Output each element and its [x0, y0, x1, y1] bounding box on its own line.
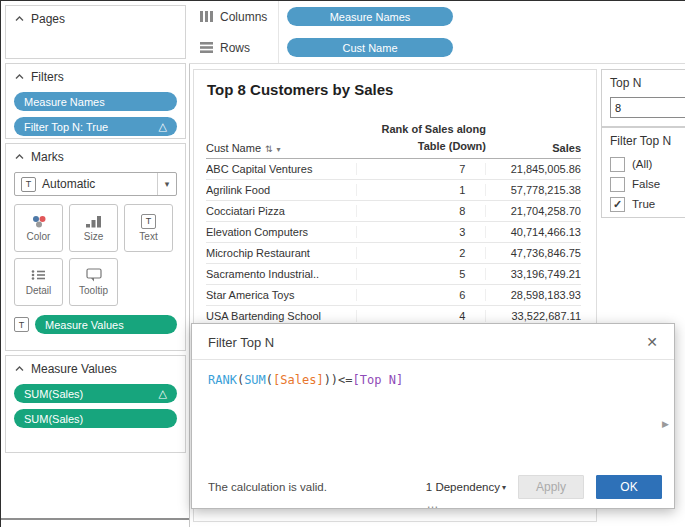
table-cell-rank[interactable]: 4	[357, 310, 487, 322]
table-cell-rank[interactable]: 6	[357, 289, 487, 301]
table-cell-sales[interactable]: 33,196,749.21	[486, 268, 581, 280]
resize-grip[interactable]: …	[427, 497, 440, 511]
mark-type-dropdown[interactable]: T Automatic ▾	[14, 172, 177, 196]
table-row[interactable]: Cocciatari Pizza821,704,258.70	[206, 201, 581, 222]
sort-icon[interactable]: ⇅	[265, 144, 273, 154]
rows-icon	[200, 42, 213, 53]
table-cell-name[interactable]: Microchip Restaurant	[206, 247, 357, 259]
table-cell-sales[interactable]: 28,598,183.93	[486, 289, 581, 301]
formula-token: ))	[324, 373, 338, 387]
formula-token: (	[266, 373, 273, 387]
chevron-up-icon[interactable]	[15, 154, 24, 160]
close-icon[interactable]: ✕	[642, 334, 662, 350]
dialog-title: Filter Top N	[208, 335, 642, 350]
table-cell-rank[interactable]: 3	[357, 226, 487, 238]
chevron-up-icon[interactable]	[15, 366, 24, 372]
data-table: Cust Name ⇅ ▾ Rank of Sales along Table …	[206, 121, 581, 327]
measure-values-card: Measure Values SUM(Sales) △ SUM(Sales)	[5, 355, 186, 453]
filter-top-n-card: Filter Top N (All)False✓True	[601, 127, 685, 218]
filter-top-n-label: Filter Top N	[610, 134, 685, 148]
table-cell-sales[interactable]: 40,714,466.13	[486, 226, 581, 238]
table-cell-name[interactable]: Star America Toys	[206, 289, 357, 301]
measure-values-pill[interactable]: Measure Values	[35, 315, 177, 334]
table-cell-name[interactable]: Agrilink Food	[206, 184, 357, 196]
columns-pill-measure-names[interactable]: Measure Names	[287, 7, 453, 26]
checkbox-checked-icon[interactable]: ✓	[610, 197, 625, 212]
pages-card: Pages	[5, 5, 186, 59]
column-header-rank[interactable]: Rank of Sales along Table (Down)	[356, 121, 486, 154]
chevron-up-icon[interactable]	[15, 74, 24, 80]
text-encoding-icon: T	[14, 317, 29, 332]
table-cell-sales[interactable]: 57,778,215.38	[486, 184, 581, 196]
chevron-down-icon[interactable]: ▾	[157, 173, 176, 195]
table-cell-sales[interactable]: 47,736,846.75	[486, 247, 581, 259]
filter-option[interactable]: False	[610, 174, 685, 194]
table-row[interactable]: Sacramento Industrial..533,196,749.21	[206, 264, 581, 285]
rows-shelf-label-area: Rows	[189, 32, 279, 63]
table-cell-sales[interactable]: 33,522,687.11	[486, 310, 581, 322]
table-cell-sales[interactable]: 21,704,258.70	[486, 205, 581, 217]
pill-label: Cust Name	[342, 42, 397, 54]
table-row[interactable]: Microchip Restaurant247,736,846.75	[206, 243, 581, 264]
table-cell-name[interactable]: ABC Capital Ventures	[206, 163, 357, 175]
pill-label: Measure Names	[330, 11, 411, 23]
filter-option[interactable]: (All)	[610, 154, 685, 174]
checkbox-unchecked-icon[interactable]	[610, 157, 625, 172]
rows-pill-cust-name[interactable]: Cust Name	[287, 38, 453, 57]
table-row[interactable]: Star America Toys628,598,183.93	[206, 285, 581, 306]
filter-option[interactable]: ✓True	[610, 194, 685, 214]
table-cell-name[interactable]: Elevation Computers	[206, 226, 357, 238]
table-row[interactable]: Agrilink Food157,778,215.38	[206, 180, 581, 201]
table-cell-name[interactable]: Sacramento Industrial..	[206, 268, 357, 280]
filter-pill-measure-names[interactable]: Measure Names	[14, 92, 177, 111]
top-n-input[interactable]	[610, 97, 685, 118]
table-header-row: Cust Name ⇅ ▾ Rank of Sales along Table …	[206, 121, 581, 159]
dialog-header: Filter Top N ✕	[192, 324, 674, 360]
table-cell-rank[interactable]: 8	[357, 205, 487, 217]
filter-option-label: (All)	[632, 158, 652, 170]
pill-label: Measure Values	[45, 319, 124, 331]
filter-options: (All)False✓True	[610, 154, 685, 214]
filter-option-label: False	[632, 178, 660, 190]
column-header-cust-name[interactable]: Cust Name ⇅ ▾	[206, 142, 356, 154]
table-cell-rank[interactable]: 7	[357, 163, 487, 175]
color-button[interactable]: Color	[14, 204, 63, 252]
table-row[interactable]: ABC Capital Ventures721,845,005.86	[206, 159, 581, 180]
chevron-down-icon[interactable]: ▾	[277, 145, 281, 154]
table-cell-rank[interactable]: 5	[357, 268, 487, 280]
table-cell-rank[interactable]: 2	[357, 247, 487, 259]
filter-pill-filter-top-n[interactable]: Filter Top N: True △	[14, 117, 177, 136]
text-icon: T	[141, 214, 156, 228]
table-cell-name[interactable]: Cocciatari Pizza	[206, 205, 357, 217]
rows-shelf-label: Rows	[220, 41, 250, 55]
dialog-footer: The calculation is valid. 1 Dependency ▾…	[208, 475, 662, 499]
text-button[interactable]: T Text	[124, 204, 173, 252]
dependency-dropdown[interactable]: 1 Dependency ▾	[426, 481, 506, 493]
tooltip-button[interactable]: Tooltip	[69, 258, 118, 306]
text-mark-icon: T	[21, 177, 36, 192]
calculation-editor-dialog: Filter Top N ✕ RANK(SUM([Sales]))<=[Top …	[191, 323, 675, 509]
measure-pill-sum-sales-1[interactable]: SUM(Sales) △	[14, 384, 177, 403]
table-cell-sales[interactable]: 21,845,005.86	[486, 163, 581, 175]
expand-arrow-icon[interactable]: ▶	[662, 419, 669, 429]
ok-button[interactable]: OK	[596, 475, 662, 499]
mark-type-value: Automatic	[42, 177, 151, 191]
chevron-down-icon: ▾	[502, 483, 506, 492]
table-row[interactable]: Elevation Computers340,714,466.13	[206, 222, 581, 243]
detail-button[interactable]: Detail	[14, 258, 63, 306]
table-cell-rank[interactable]: 1	[357, 184, 487, 196]
pill-label: Filter Top N: True	[24, 121, 108, 133]
column-header-sales[interactable]: Sales	[486, 142, 581, 154]
formula-editor[interactable]: RANK(SUM([Sales]))<=[Top N]	[192, 360, 674, 400]
tooltip-icon	[86, 268, 102, 282]
rows-shelf: Rows Cust Name	[189, 32, 685, 64]
table-cell-name[interactable]: USA Bartending School	[206, 310, 357, 322]
formula-token: RANK	[208, 373, 237, 387]
size-button[interactable]: Size	[69, 204, 118, 252]
measure-pill-sum-sales-2[interactable]: SUM(Sales)	[14, 409, 177, 428]
pill-label: SUM(Sales)	[24, 388, 83, 400]
filters-card: Filters Measure Names Filter Top N: True…	[5, 63, 186, 139]
apply-button[interactable]: Apply	[518, 475, 584, 499]
chevron-up-icon[interactable]	[15, 16, 24, 22]
checkbox-unchecked-icon[interactable]	[610, 177, 625, 192]
